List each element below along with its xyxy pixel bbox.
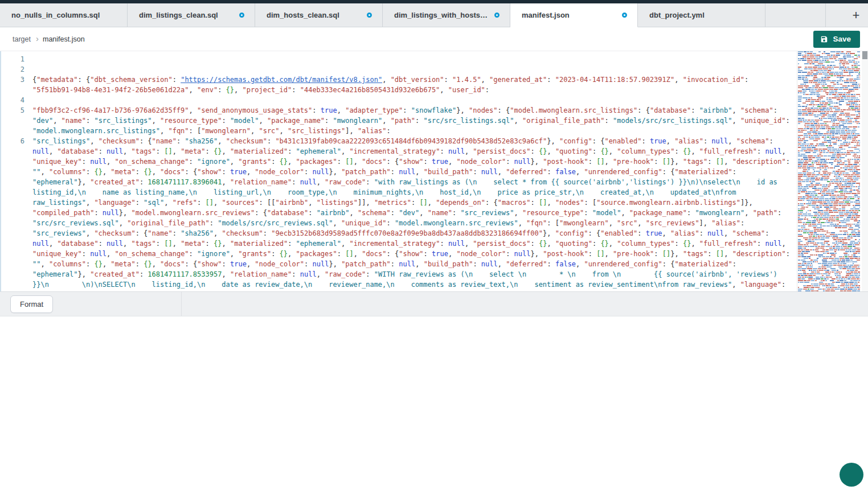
code-content[interactable]: 123{"metadata": {"dbt_schema_version": "… <box>1 51 797 291</box>
tab-dim-listings-with-hosts-sql[interactable]: dim_listings_with_hosts.sql <box>383 3 510 27</box>
code-line-text[interactable]: "fbb9f3c2-cf96-4a17-b736-976a62d35ff9", … <box>32 105 797 136</box>
unsaved-changes-icon[interactable] <box>494 13 499 18</box>
new-tab-button[interactable]: + <box>849 8 863 23</box>
breadcrumb-separator-icon: › <box>36 34 39 43</box>
unsaved-changes-icon[interactable] <box>367 13 372 18</box>
tab-manifest-json[interactable]: manifest.json <box>510 3 638 27</box>
save-button[interactable]: Save <box>813 31 860 48</box>
vertical-scrollbar[interactable] <box>862 51 868 291</box>
line-number: 3 <box>1 75 32 95</box>
line-number: 2 <box>1 64 32 75</box>
scrollbar-thumb[interactable] <box>862 51 867 59</box>
unsaved-changes-icon[interactable] <box>622 13 627 18</box>
line-number: 5 <box>1 105 32 136</box>
line-number: 6 <box>1 136 32 291</box>
tab-label: manifest.json <box>522 11 570 19</box>
breadcrumb-folder[interactable]: target <box>13 35 31 43</box>
tab-label: no_nulls_in_columns.sql <box>11 11 100 19</box>
format-button[interactable]: Format <box>10 295 53 313</box>
minimap[interactable] <box>797 51 862 291</box>
code-editor[interactable]: 123{"metadata": {"dbt_schema_version": "… <box>0 51 868 291</box>
format-toolbar: Format <box>0 291 868 316</box>
help-floating-button[interactable] <box>840 463 863 487</box>
tab-label: dim_listings_clean.sql <box>139 11 218 19</box>
code-line: 1 <box>1 54 797 64</box>
file-breadcrumb-bar: target › manifest.json Save <box>0 27 868 51</box>
bottom-panel <box>0 316 868 473</box>
breadcrumb-file[interactable]: manifest.json <box>43 35 85 43</box>
code-line-text[interactable] <box>32 95 797 105</box>
save-floppy-icon <box>820 35 828 43</box>
tab-dim-listings-clean-sql[interactable]: dim_listings_clean.sql <box>128 3 255 27</box>
tab-bar-spacer: + <box>765 3 868 27</box>
unsaved-changes-icon[interactable] <box>239 13 244 18</box>
code-line: 6"src_listings", "checksum": {"name": "s… <box>1 136 797 291</box>
code-line-text[interactable] <box>32 54 797 64</box>
editor-tab-bar: no_nulls_in_columns.sqldim_listings_clea… <box>0 3 868 27</box>
pane-divider <box>181 292 182 316</box>
code-line-text[interactable] <box>32 64 797 75</box>
tab-dim-hosts-clean-sql[interactable]: dim_hosts_clean.sql <box>255 3 383 27</box>
tab-label: dim_hosts_clean.sql <box>267 11 339 19</box>
tab-dbt-project-yml[interactable]: dbt_project.yml <box>638 3 765 27</box>
tab-label: dbt_project.yml <box>649 11 705 19</box>
code-line: 4 <box>1 95 797 105</box>
tabs-container: no_nulls_in_columns.sqldim_listings_clea… <box>0 3 765 27</box>
code-line: 2 <box>1 64 797 75</box>
tab-no-nulls-in-columns-sql[interactable]: no_nulls_in_columns.sql <box>0 3 128 27</box>
code-line: 5"fbb9f3c2-cf96-4a17-b736-976a62d35ff9",… <box>1 105 797 136</box>
line-number: 4 <box>1 95 32 105</box>
tab-label: dim_listings_with_hosts.sql <box>394 11 489 19</box>
code-line: 3{"metadata": {"dbt_schema_version": "ht… <box>1 75 797 95</box>
tab-bar-divider <box>825 3 826 27</box>
save-button-label: Save <box>833 35 851 43</box>
line-number: 1 <box>1 54 32 64</box>
code-line-text[interactable]: {"metadata": {"dbt_schema_version": "htt… <box>32 75 797 95</box>
code-line-text[interactable]: "src_listings", "checksum": {"name": "sh… <box>32 136 797 291</box>
